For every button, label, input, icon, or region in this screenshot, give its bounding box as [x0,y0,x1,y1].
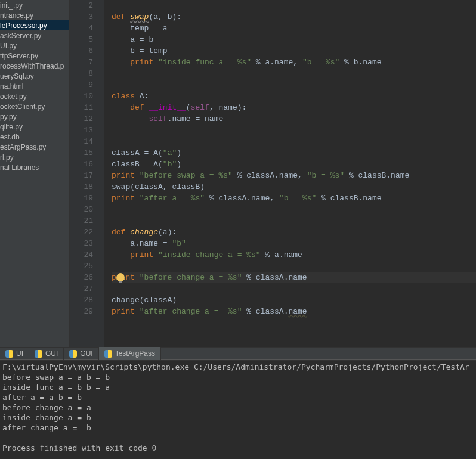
code-line[interactable]: print "after a = %s" % classA.name, "b =… [112,193,476,204]
code-token: __init__ [149,103,186,112]
line-number: 27 [70,283,93,294]
python-icon [104,350,112,358]
code-editor[interactable]: 2345678910111213141516171819202122232425… [70,0,476,347]
line-number: 25 [70,260,93,272]
line-number: 12 [70,113,93,125]
file-item[interactable]: ntrance.py [0,10,69,20]
code-token: def [130,103,149,112]
code-token: % classA.name, [233,171,307,180]
code-line[interactable] [112,125,476,136]
code-line[interactable] [112,136,476,147]
run-tab[interactable]: TestArgPass [99,347,161,360]
code-line[interactable] [112,215,476,227]
code-token [112,58,130,67]
code-line[interactable] [112,283,476,294]
code-token: A: [140,92,149,101]
file-item[interactable]: UI.py [0,41,69,51]
file-item[interactable]: est.db [0,132,69,142]
run-tab-label: TestArgPass [115,349,155,358]
code-line[interactable]: print "inside change a = %s" % a.name [112,249,476,260]
code-line[interactable]: classA = A("a") [112,147,476,159]
file-item[interactable]: leProcessor.py [0,20,69,30]
line-number: 9 [70,79,93,91]
file-item[interactable]: init_.py [0,0,69,10]
code-line[interactable]: print "inside func a = %s" % a.name, "b … [112,57,476,68]
code-line[interactable] [112,204,476,215]
file-item[interactable]: nal Libraries [0,162,69,172]
code-line[interactable]: def swap(a, b): [112,11,476,23]
line-number: 8 [70,68,93,79]
code-token: self [149,114,167,123]
line-number: 7 [70,57,93,68]
code-token: "b = %s" [302,58,339,67]
code-token: change [130,228,158,237]
file-item[interactable]: uerySql.py [0,71,69,81]
run-tab[interactable]: GUI [29,347,64,360]
code-line[interactable]: temp = a [112,23,476,34]
code-token: % classA. [242,307,288,316]
code-token: print [112,307,140,316]
line-number: 13 [70,125,93,136]
file-item[interactable]: qlite.py [0,122,69,132]
line-number: 16 [70,159,93,170]
code-line[interactable] [112,260,476,272]
line-number: 20 [70,204,93,215]
file-item[interactable]: ocketClient.py [0,101,69,111]
line-number: 23 [70,238,93,249]
file-item[interactable]: py.py [0,111,69,122]
file-item[interactable]: ocket.py [0,91,69,101]
code-token: name [288,307,307,316]
code-line[interactable]: a = b [112,34,476,45]
line-number: 2 [70,0,93,11]
run-tab[interactable]: UI [0,347,29,360]
code-line[interactable] [112,0,476,11]
code-line[interactable]: def change(a): [112,227,476,238]
code-line[interactable]: a.name = "b" [112,238,476,249]
code-token: % classB.name [344,171,409,180]
run-tab-label: GUI [80,349,92,358]
code-area[interactable]: def swap(a, b): temp = a a = b b = temp … [104,0,476,347]
code-token: class [112,92,140,101]
code-token: print [112,171,140,180]
code-line[interactable]: swap(classA, classB) [112,181,476,193]
code-token: change(classA) [112,296,177,305]
code-line[interactable]: self.name = name [112,113,476,125]
project-file-tree[interactable]: init_.pyntrance.pyleProcessor.pyaskServe… [0,0,70,347]
file-item[interactable]: na.html [0,81,69,91]
code-token: % a.name, [251,58,302,67]
code-token: a.name = [112,239,172,248]
code-line[interactable]: def __init__(self, name): [112,102,476,113]
code-token [112,103,130,112]
line-number: 19 [70,193,93,204]
code-line[interactable]: classB = A("b") [112,159,476,170]
code-line[interactable]: b = temp [112,45,476,57]
code-line[interactable]: print "after change a = %s" % classA.nam… [112,306,476,317]
code-line[interactable] [112,79,476,91]
python-icon [35,350,42,358]
run-tool-tabs[interactable]: UIGUIGUITestArgPass [0,347,476,360]
code-line[interactable]: print "before change a = %s" % classA.na… [112,272,476,283]
code-line[interactable]: print "before swap a = %s" % classA.name… [112,170,476,181]
line-number: 11 [70,102,93,113]
code-token: def [112,13,130,21]
code-token: b = temp [112,46,168,55]
file-item[interactable]: rocessWithThread.p [0,61,69,71]
code-line[interactable]: change(classA) [112,294,476,306]
line-number: 10 [70,91,93,102]
code-token: self [191,103,209,112]
python-icon [69,350,77,358]
run-tab[interactable]: GUI [64,347,98,360]
code-token: "before swap a = %s" [140,171,233,180]
file-item[interactable]: rl.py [0,152,69,162]
line-number: 21 [70,215,93,227]
code-token: print [130,58,158,67]
code-token: ) [177,160,181,169]
file-item[interactable]: askServer.py [0,30,69,41]
file-item[interactable]: estArgPass.py [0,142,69,152]
code-line[interactable]: class A: [112,91,476,102]
code-line[interactable] [112,68,476,79]
run-console-output[interactable]: F:\virtualPyEnv\myvir\Scripts\python.exe… [0,360,476,459]
code-token: % classA.name [242,273,307,282]
file-item[interactable]: ttpServer.py [0,51,69,61]
intention-bulb-icon[interactable] [116,273,125,281]
